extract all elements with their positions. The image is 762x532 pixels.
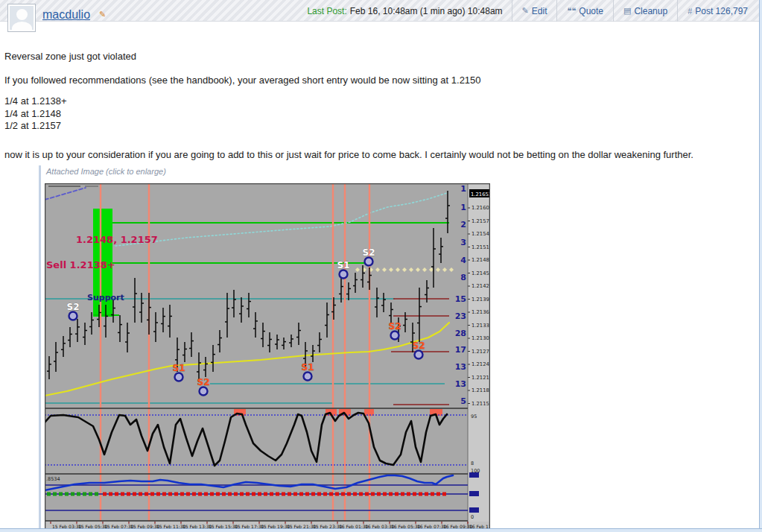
entry-line: 1/4 at 1.2148 xyxy=(4,108,757,121)
post-paragraph-3: now it is up to your consideration if yo… xyxy=(4,149,757,162)
svg-text:1.21365: 1.21365 xyxy=(472,309,490,315)
edit-button[interactable]: ✎ Edit xyxy=(512,0,557,22)
svg-text:8: 8 xyxy=(471,460,474,466)
svg-text:1.21395: 1.21395 xyxy=(472,297,490,303)
cleanup-icon: ▤ xyxy=(623,6,631,16)
svg-text:S1: S1 xyxy=(173,363,185,373)
quote-button[interactable]: ❝❝ Quote xyxy=(556,0,613,22)
username-link[interactable]: macdulio xyxy=(42,8,90,22)
post-header-bar: Last Post: Feb 16, 10:48am (1 min ago) 1… xyxy=(0,0,762,22)
svg-text:1.21605: 1.21605 xyxy=(472,205,490,211)
svg-text:1.21485: 1.21485 xyxy=(472,257,490,263)
svg-text:23: 23 xyxy=(455,311,466,321)
avatar-silhouette-torso xyxy=(12,22,32,32)
svg-text:1.21545: 1.21545 xyxy=(472,231,490,237)
post-number-button[interactable]: # Post 126,797 xyxy=(677,0,758,22)
page-frame-right xyxy=(759,0,762,532)
hash-icon: # xyxy=(688,7,692,16)
svg-text:S1: S1 xyxy=(302,362,314,373)
svg-text:1.21455: 1.21455 xyxy=(472,270,490,276)
svg-text:1.21155: 1.21155 xyxy=(472,401,490,407)
svg-text:.8534: .8534 xyxy=(46,476,60,482)
avatar[interactable] xyxy=(7,4,36,32)
svg-text:13: 13 xyxy=(455,379,466,389)
svg-text:0: 0 xyxy=(471,514,474,520)
svg-text:1.21245: 1.21245 xyxy=(472,361,490,367)
svg-text:3: 3 xyxy=(460,238,466,247)
chart-svg: S2S1S2S1S2S1S2S21.2148, 1.2157Sell 1.213… xyxy=(45,183,490,531)
svg-text:1.21425: 1.21425 xyxy=(472,283,490,289)
quote-icon: ❝❝ xyxy=(567,6,576,16)
attachment-indent-line xyxy=(39,165,41,531)
svg-text:1: 1 xyxy=(460,184,466,194)
pencil-icon: ✎ xyxy=(522,6,529,16)
svg-text:13: 13 xyxy=(455,362,466,372)
svg-text:S2: S2 xyxy=(197,377,210,387)
svg-text:1: 1 xyxy=(460,203,466,212)
post-paragraph-2: If you followed recommendations (see the… xyxy=(4,75,757,87)
post-paragraph-1: Reversal zone just got violated xyxy=(4,51,757,63)
post-number-label: Post 126,797 xyxy=(695,6,748,16)
svg-text:1.21575: 1.21575 xyxy=(472,218,490,224)
post-header-controls: Last Post: Feb 16, 10:48am (1 min ago) 1… xyxy=(307,0,758,22)
svg-text:Sell 1.2138+: Sell 1.2138+ xyxy=(46,259,115,270)
post-entry-list: 1/4 at 1.2138+ 1/4 at 1.2148 1/2 at 1.21… xyxy=(4,95,757,133)
svg-text:S2: S2 xyxy=(67,302,80,312)
svg-text:1.21305: 1.21305 xyxy=(472,335,490,341)
svg-text:1.21185: 1.21185 xyxy=(472,387,490,393)
svg-text:8: 8 xyxy=(460,273,466,282)
page-frame-bottom xyxy=(0,528,762,532)
svg-text:2: 2 xyxy=(460,220,466,229)
edit-button-label: Edit xyxy=(532,6,547,16)
svg-text:17: 17 xyxy=(455,345,466,355)
cleanup-button[interactable]: ▤ Cleanup xyxy=(613,0,677,22)
svg-text:1.21275: 1.21275 xyxy=(472,349,490,355)
attached-chart-image[interactable]: S2S1S2S1S2S1S2S21.2148, 1.2157Sell 1.213… xyxy=(45,183,490,531)
svg-text:28: 28 xyxy=(455,329,466,338)
forum-post-page: Last Post: Feb 16, 10:48am (1 min ago) 1… xyxy=(0,0,762,532)
svg-text:5: 5 xyxy=(460,396,466,406)
quote-button-label: Quote xyxy=(579,6,603,16)
svg-text:S2: S2 xyxy=(363,247,375,258)
entry-line: 1/2 at 1.2157 xyxy=(4,120,757,133)
cleanup-button-label: Cleanup xyxy=(634,6,667,16)
svg-text:1.21653: 1.21653 xyxy=(471,191,490,197)
avatar-silhouette-head xyxy=(16,9,28,20)
svg-text:1.21215: 1.21215 xyxy=(472,375,490,381)
user-pencil-icon: ✎ xyxy=(99,10,106,19)
entry-line: 1/4 at 1.2138+ xyxy=(4,95,757,108)
svg-text:S1: S1 xyxy=(337,260,350,270)
last-post-label: Last Post: xyxy=(307,6,346,16)
svg-text:S2: S2 xyxy=(413,341,425,351)
svg-text:15: 15 xyxy=(455,294,466,304)
svg-text:4: 4 xyxy=(460,256,466,265)
svg-text:S2: S2 xyxy=(389,321,401,332)
svg-text:Support: Support xyxy=(87,293,124,303)
svg-text:1.2148, 1.2157: 1.2148, 1.2157 xyxy=(76,234,158,245)
svg-text:1.21515: 1.21515 xyxy=(472,244,490,250)
svg-text:1.21335: 1.21335 xyxy=(472,323,490,329)
svg-text:95: 95 xyxy=(471,414,477,419)
attached-image-label[interactable]: Attached Image (click to enlarge) xyxy=(46,167,166,176)
last-post-timestamp: Feb 16, 10:48am (1 min ago) 10:48am xyxy=(350,6,503,16)
